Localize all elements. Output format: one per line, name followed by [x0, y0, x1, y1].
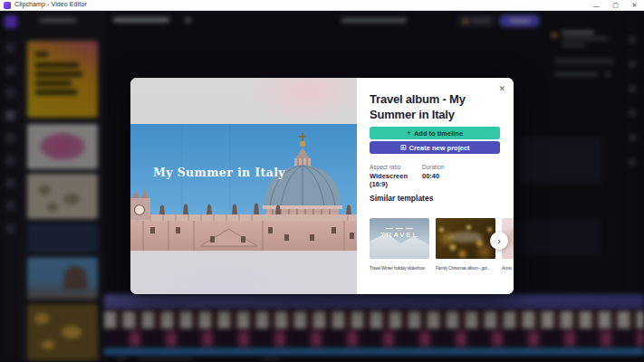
video-title-text: My Summer in Italy [153, 166, 285, 179]
window-title: Clipchamp - Video Editor [14, 1, 87, 7]
chevron-right-icon: › [497, 235, 501, 246]
basilica-facade [130, 214, 357, 251]
add-to-timeline-label: Add to timeline [414, 129, 463, 138]
thumbnail-overlay-text: TRAVEL [370, 231, 429, 239]
template-meta: Aspect ratio Widescreen (16:9) Duration … [370, 164, 445, 188]
close-button[interactable]: ✕ [625, 0, 644, 11]
clipchamp-app-icon [4, 2, 11, 9]
new-project-icon: ⊞ [399, 144, 406, 152]
thumbnail-subtitle-blur [386, 228, 413, 229]
similar-template-thumbnail[interactable] [436, 218, 495, 259]
template-caption: Travel Winter holiday slideshow [370, 265, 431, 271]
carousel-next-button[interactable]: › [490, 232, 508, 250]
template-preview-dialog: My Summer in Italy ✕ Travel album - My S… [130, 78, 514, 294]
video-frame: My Summer in Italy [130, 124, 357, 251]
template-video-preview[interactable]: My Summer in Italy [130, 78, 357, 294]
similar-templates-heading: Similar templates [370, 194, 433, 203]
template-title: Travel album - My Summer in Italy [370, 91, 513, 122]
aspect-ratio-label: Aspect ratio [370, 164, 422, 170]
app-window: My Summer in Italy ✕ Travel album - My S… [0, 0, 644, 362]
duration-value: 00:40 [422, 172, 445, 180]
template-caption: Anniv... [502, 265, 514, 271]
window-titlebar: Clipchamp - Video Editor — ▢ ✕ [0, 0, 644, 11]
maximize-button[interactable]: ▢ [606, 0, 625, 11]
template-details-panel: ✕ Travel album - My Summer in Italy + Ad… [357, 78, 514, 294]
create-new-project-label: Create new project [409, 144, 470, 152]
create-new-project-button[interactable]: ⊞ Create new project [370, 141, 500, 154]
script-text-blur [448, 232, 483, 243]
duration-label: Duration [422, 164, 445, 170]
minimize-button[interactable]: — [587, 0, 606, 11]
template-caption: Family Christmas album - gol... [436, 265, 497, 271]
similar-template-thumbnail[interactable]: TRAVEL [370, 218, 429, 259]
add-to-timeline-button[interactable]: + Add to timeline [370, 127, 500, 139]
plus-icon: + [407, 129, 411, 138]
aspect-ratio-value: Widescreen (16:9) [370, 172, 422, 188]
